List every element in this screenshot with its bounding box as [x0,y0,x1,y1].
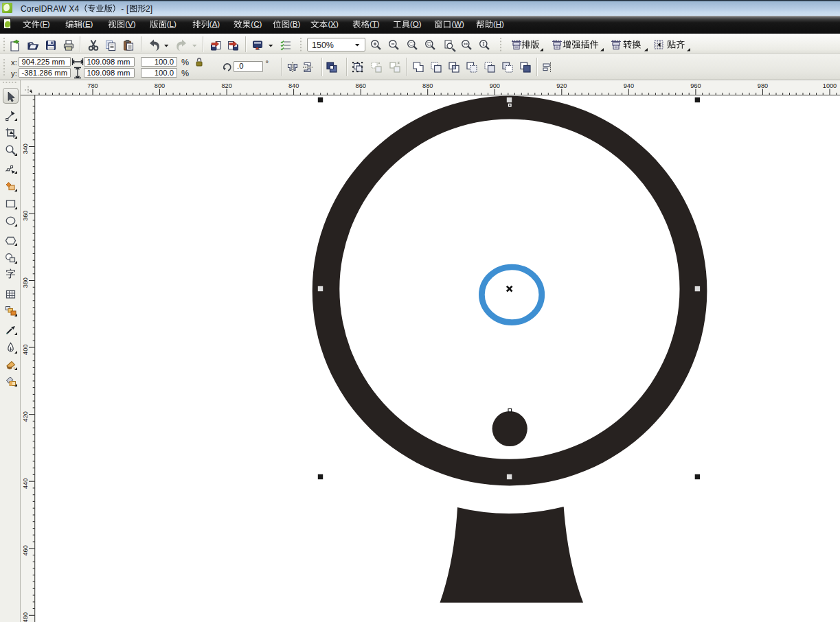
svg-text:840: 840 [288,82,299,89]
svg-text:460: 460 [22,545,29,555]
svg-text:400: 400 [22,345,29,355]
svg-text:1000: 1000 [823,82,837,89]
svg-text:380: 380 [22,277,29,288]
svg-text:860: 860 [356,82,366,89]
svg-text:900: 900 [490,82,500,89]
svg-text:980: 980 [758,82,768,89]
svg-text:360: 360 [22,211,29,221]
svg-text:440: 440 [22,479,29,489]
svg-text:940: 940 [624,82,634,89]
svg-text:800: 800 [155,82,165,89]
svg-text:920: 920 [556,82,567,89]
svg-text:820: 820 [221,82,231,89]
svg-text:420: 420 [22,411,29,422]
svg-text:960: 960 [690,82,701,89]
svg-text:480: 480 [22,612,29,622]
svg-text:340: 340 [22,143,29,154]
svg-text:780: 780 [87,82,98,89]
svg-text:880: 880 [422,82,433,89]
